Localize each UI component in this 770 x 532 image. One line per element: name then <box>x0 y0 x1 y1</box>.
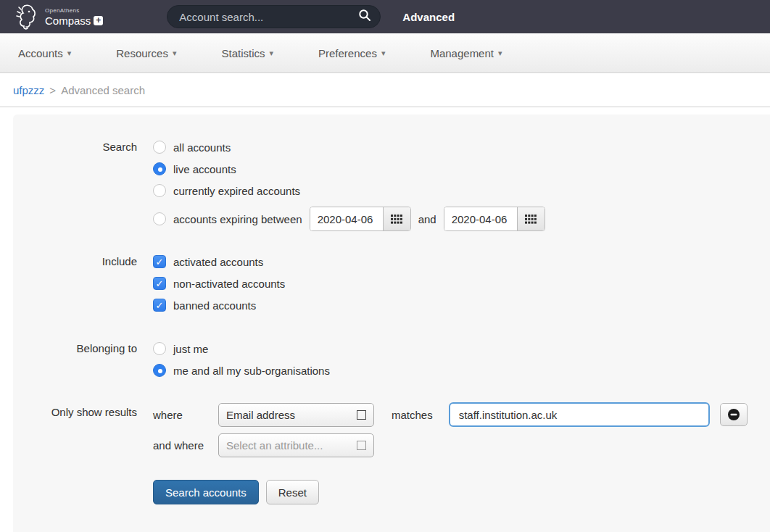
checkbox-option-banned[interactable]: banned accounts <box>153 294 770 316</box>
filter-where-label: where <box>153 403 218 427</box>
radio-all-accounts[interactable] <box>153 141 166 154</box>
radio-just-me[interactable] <box>153 342 166 355</box>
matches-label: matches <box>392 409 433 421</box>
chevron-down-icon: ▾ <box>173 49 177 58</box>
search-group-label: Search <box>13 136 153 232</box>
search-accounts-button[interactable]: Search accounts <box>153 480 259 504</box>
filter-value-input[interactable] <box>449 402 710 427</box>
date-from-input[interactable] <box>310 207 383 230</box>
radio-option-expiring-between: accounts expiring between <box>153 206 770 232</box>
chevron-down-icon: ▾ <box>269 49 273 58</box>
filter-group: Only show results where Email address ma… <box>13 402 770 504</box>
calendar-picker-button[interactable] <box>517 207 545 230</box>
plus-badge-icon: + <box>94 16 103 25</box>
calendar-grid-icon <box>391 215 402 224</box>
checkbox-option-activated[interactable]: activated accounts <box>153 251 770 273</box>
main-content: Search all accounts live accounts curren… <box>0 107 770 532</box>
top-header: OpenAthens Compass + Advanced <box>0 0 770 33</box>
date-to-group <box>444 207 545 231</box>
radio-sub-organisations[interactable] <box>153 364 166 377</box>
breadcrumb: ufpzzz > Advanced search <box>0 73 770 107</box>
checkbox-option-non-activated[interactable]: non-activated accounts <box>153 273 770 294</box>
include-group-label: Include <box>13 251 153 316</box>
advanced-search-link[interactable]: Advanced <box>402 11 455 23</box>
radio-option-just-me[interactable]: just me <box>153 338 770 359</box>
date-and-label: and <box>418 213 436 225</box>
main-navbar: Accounts ▾ Resources ▾ Statistics ▾ Pref… <box>0 33 770 73</box>
filter-group-label: Only show results <box>13 402 153 504</box>
checkbox-banned-accounts[interactable] <box>153 299 166 312</box>
breadcrumb-current-page: Advanced search <box>61 84 145 96</box>
account-search-input[interactable] <box>179 11 358 23</box>
select-box-glyph-icon <box>357 410 366 420</box>
radio-option-live-accounts[interactable]: live accounts <box>153 158 770 180</box>
openathens-owl-icon <box>15 3 39 30</box>
radio-expired-accounts[interactable] <box>153 184 166 197</box>
calendar-grid-icon <box>525 215 537 224</box>
belonging-group-label: Belonging to <box>13 338 153 381</box>
openathens-compass-logo[interactable]: OpenAthens Compass + <box>15 3 103 30</box>
breadcrumb-separator: > <box>49 84 56 96</box>
advanced-search-panel: Search all accounts live accounts curren… <box>13 115 770 532</box>
radio-option-all-accounts[interactable]: all accounts <box>153 136 770 158</box>
calendar-picker-button[interactable] <box>383 207 410 230</box>
chevron-down-icon: ▾ <box>498 49 502 58</box>
remove-filter-button[interactable] <box>720 403 748 426</box>
filter-row-1: where Email address matches <box>153 402 770 428</box>
radio-option-expired-accounts[interactable]: currently expired accounts <box>153 180 770 201</box>
breadcrumb-org-link[interactable]: ufpzzz <box>13 84 44 96</box>
minus-circle-icon <box>727 408 740 421</box>
search-group: Search all accounts live accounts curren… <box>13 136 770 232</box>
attribute-select-empty[interactable]: Select an attribute... <box>218 433 374 457</box>
checkbox-non-activated-accounts[interactable] <box>153 277 166 290</box>
radio-option-sub-organisations[interactable]: me and all my sub-organisations <box>153 359 770 381</box>
select-box-glyph-icon <box>357 441 366 450</box>
account-search-box[interactable] <box>167 5 381 28</box>
logo-text: OpenAthens Compass + <box>45 8 103 26</box>
brand-openathens-label: OpenAthens <box>45 8 103 14</box>
attribute-select[interactable]: Email address <box>218 403 374 427</box>
radio-live-accounts[interactable] <box>153 162 166 175</box>
nav-item-resources[interactable]: Resources ▾ <box>116 47 176 59</box>
nav-item-statistics[interactable]: Statistics ▾ <box>221 47 273 59</box>
filter-and-where-label: and where <box>153 433 218 457</box>
date-from-group <box>310 207 411 231</box>
date-to-input[interactable] <box>444 207 517 230</box>
chevron-down-icon: ▾ <box>381 49 386 58</box>
filter-row-2: and where Select an attribute... <box>153 432 770 458</box>
form-actions: Search accounts Reset <box>153 480 770 504</box>
reset-button[interactable]: Reset <box>266 480 319 504</box>
include-group: Include activated accounts non-activated… <box>13 251 770 316</box>
radio-expiring-between[interactable] <box>153 212 166 225</box>
brand-compass-label: Compass <box>45 15 91 26</box>
belonging-group: Belonging to just me me and all my sub-o… <box>13 338 770 381</box>
checkbox-activated-accounts[interactable] <box>153 255 166 268</box>
nav-item-preferences[interactable]: Preferences ▾ <box>318 47 385 59</box>
chevron-down-icon: ▾ <box>67 49 72 58</box>
search-icon[interactable] <box>358 9 371 25</box>
nav-item-management[interactable]: Management ▾ <box>430 47 502 59</box>
nav-item-accounts[interactable]: Accounts ▾ <box>18 47 71 59</box>
